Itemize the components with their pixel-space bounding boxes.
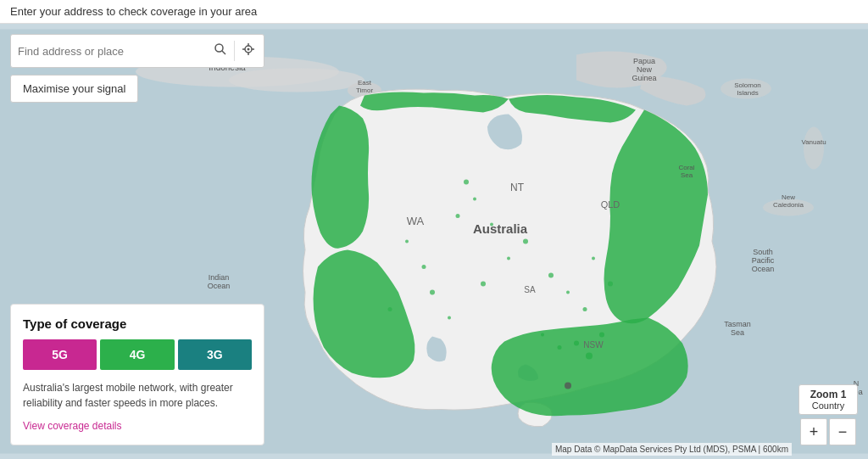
svg-text:Australia: Australia [473,221,528,236]
svg-text:Timor: Timor [356,87,373,94]
svg-point-8 [586,353,593,360]
svg-text:Sea: Sea [681,171,693,179]
svg-text:New: New [782,193,795,201]
location-icon-btn[interactable] [234,41,257,61]
svg-point-28 [592,257,595,260]
svg-text:Solomon: Solomon [734,81,761,89]
svg-point-9 [558,345,562,350]
search-overlay: Maximise your signal [10,34,264,103]
svg-point-58 [215,44,223,52]
svg-point-20 [405,240,409,243]
svg-point-19 [422,265,426,269]
svg-text:NT: NT [510,182,525,193]
svg-point-61 [248,48,250,51]
svg-point-25 [566,291,570,294]
search-icon-btn[interactable] [212,41,229,61]
svg-text:Sea: Sea [731,328,744,337]
zoom-out-button[interactable]: − [829,418,856,445]
top-bar: Enter your address to check coverage in … [0,0,868,24]
svg-point-11 [541,333,544,337]
svg-text:QLD: QLD [601,199,620,210]
svg-point-21 [430,290,435,295]
svg-text:South: South [753,248,773,256]
svg-point-16 [523,239,528,244]
svg-text:Indian: Indian [209,273,230,282]
map-container: Indonesia East Timor Papua New Guinea So… [0,24,868,459]
zoom-buttons: + − [800,418,856,445]
svg-text:NSW: NSW [583,340,604,350]
svg-point-13 [473,198,476,201]
svg-text:Islands: Islands [737,89,758,97]
legend-description: Australia's largest mobile network, with… [23,380,252,411]
svg-point-24 [548,273,554,278]
svg-point-7 [574,341,579,346]
legend-bar-3g[interactable]: 3G [178,339,252,370]
coverage-details-link[interactable]: View coverage details [23,420,122,432]
zoom-in-button[interactable]: + [800,418,827,445]
svg-text:WA: WA [407,215,425,227]
svg-text:Vanuatu: Vanuatu [801,138,826,146]
svg-line-59 [222,51,225,54]
legend-bar-5g[interactable]: 5G [23,339,97,370]
svg-point-12 [464,180,469,185]
svg-text:Caledonia: Caledonia [773,201,804,209]
svg-text:Guinea: Guinea [632,74,656,82]
svg-point-5 [804,127,824,170]
svg-text:Tasman: Tasman [724,320,751,328]
svg-point-14 [456,214,460,218]
svg-point-18 [481,282,486,287]
map-attribution: Map Data © MapData Services Pty Ltd (MDS… [552,443,792,456]
zoom-country-label: Country [806,400,850,411]
svg-point-10 [599,333,604,338]
svg-text:Ocean: Ocean [208,282,231,290]
svg-text:Pacific: Pacific [752,256,775,265]
maximise-signal-button[interactable]: Maximise your signal [10,75,138,103]
search-input[interactable] [18,45,207,58]
zoom-label-container: Zoom 1 Country [798,384,858,415]
svg-point-23 [388,307,392,311]
svg-text:SA: SA [524,285,536,294]
svg-point-57 [565,383,571,389]
zoom-level-label: Zoom 1 [806,389,850,400]
location-icon [242,42,255,56]
svg-text:East: East [358,79,372,87]
svg-text:Papua: Papua [633,57,655,65]
legend-title: Type of coverage [23,316,252,331]
search-icon [214,42,227,56]
svg-text:Ocean: Ocean [752,265,775,273]
svg-text:Coral: Coral [678,164,694,171]
svg-point-22 [448,316,451,320]
svg-point-27 [608,282,613,287]
svg-text:New: New [637,65,653,74]
legend-bar-4g[interactable]: 4G [100,339,174,370]
search-box [10,34,264,68]
legend-bars: 5G 4G 3G [23,339,252,370]
zoom-controls: Zoom 1 Country + − [798,384,858,445]
coverage-legend: Type of coverage 5G 4G 3G Australia's la… [10,304,264,445]
top-bar-label: Enter your address to check coverage in … [10,5,257,18]
app: Enter your address to check coverage in … [0,0,868,459]
svg-point-26 [583,307,587,311]
svg-point-17 [507,257,510,260]
